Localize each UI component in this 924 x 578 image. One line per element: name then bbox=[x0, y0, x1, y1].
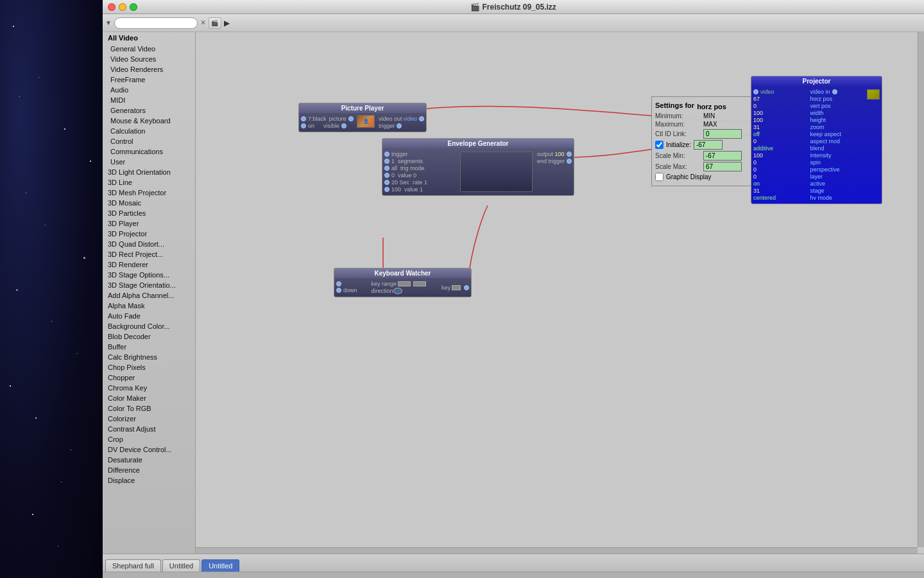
settings-initialize-label: Initialize: bbox=[666, 141, 691, 148]
port-color bbox=[301, 116, 306, 121]
sidebar-item-3d-mosaic[interactable]: 3D Mosaic bbox=[103, 198, 195, 208]
toolbar-play[interactable]: ▶ bbox=[224, 19, 230, 28]
picture-thumbnail: 👤 bbox=[357, 115, 375, 128]
settings-scale-max-input[interactable] bbox=[703, 162, 742, 171]
port-segments bbox=[384, 159, 389, 164]
node-canvas: Picture Player 7:black picture bbox=[196, 32, 918, 547]
sidebar-item-crop[interactable]: Crop bbox=[103, 434, 195, 444]
sidebar-item-difference[interactable]: Difference bbox=[103, 465, 195, 475]
sidebar-item-3d-stage-orient[interactable]: 3D Stage Orientatio... bbox=[103, 280, 195, 290]
port-value1 bbox=[384, 187, 389, 192]
sidebar-item-audio[interactable]: Audio bbox=[103, 85, 195, 95]
sidebar-item-mouse-keyboard[interactable]: Mouse & Keyboard bbox=[103, 116, 195, 126]
port-rate1 bbox=[384, 180, 389, 185]
sidebar-item-3d-line[interactable]: 3D Line bbox=[103, 177, 195, 188]
sidebar-item-communications[interactable]: Communications bbox=[103, 146, 195, 157]
sidebar-item-buffer[interactable]: Buffer bbox=[103, 342, 195, 352]
vertical-scrollbar[interactable] bbox=[918, 32, 924, 547]
port-value0 bbox=[384, 173, 389, 178]
sidebar-item-dv-device[interactable]: DV Device Control... bbox=[103, 444, 195, 455]
sidebar-item-bg-color[interactable]: Background Color... bbox=[103, 321, 195, 331]
sidebar-item-chop-pixels[interactable]: Chop Pixels bbox=[103, 362, 195, 372]
sidebar-item-chopper[interactable]: Chopper bbox=[103, 372, 195, 383]
settings-ctl-id-input[interactable] bbox=[703, 129, 742, 139]
title-bar: 🎬 Freischutz 09_05.izz bbox=[103, 0, 924, 14]
envelope-title: Envelope Generator bbox=[382, 139, 574, 148]
settings-minimum-value: MIN bbox=[703, 112, 715, 119]
port-key-out bbox=[464, 285, 469, 290]
sidebar-item-desaturate[interactable]: Desaturate bbox=[103, 455, 195, 465]
port-end-trigger bbox=[567, 159, 572, 164]
sidebar-item-3d-particles[interactable]: 3D Particles bbox=[103, 208, 195, 218]
canvas-area[interactable]: Picture Player 7:black picture bbox=[196, 32, 924, 554]
close-button[interactable] bbox=[108, 3, 116, 11]
sidebar-item-chroma-key[interactable]: Chroma Key bbox=[103, 383, 195, 393]
sidebar-item-blob-decoder[interactable]: Blob Decoder bbox=[103, 331, 195, 342]
tab-shephard-full[interactable]: Shephard full bbox=[105, 559, 161, 572]
projector-color-swatch bbox=[867, 89, 880, 100]
projector-node[interactable]: Projector video 67 0 100 100 bbox=[751, 76, 882, 204]
tab-untitled-1[interactable]: Untitled bbox=[162, 559, 200, 572]
horizontal-scrollbar[interactable] bbox=[196, 547, 918, 554]
picture-player-node[interactable]: Picture Player 7:black picture bbox=[298, 103, 427, 132]
minimize-button[interactable] bbox=[119, 3, 126, 11]
bottom-bar: Shephard full Untitled Untitled bbox=[103, 554, 924, 572]
sidebar-item-general-video[interactable]: General Video bbox=[103, 44, 195, 54]
envelope-generator-node[interactable]: Envelope Generator trigger 1 segments bbox=[382, 138, 574, 196]
sidebar-item-user[interactable]: User bbox=[103, 157, 195, 167]
settings-initialize-input[interactable] bbox=[694, 140, 723, 150]
search-input[interactable] bbox=[114, 17, 198, 29]
port-key-range-l bbox=[336, 281, 341, 286]
port-picture-out bbox=[348, 116, 354, 121]
tab-untitled-2[interactable]: Untitled bbox=[201, 559, 239, 572]
settings-minimum-label: Minimum: bbox=[655, 112, 703, 119]
sidebar-item-colorizer[interactable]: Colorizer bbox=[103, 414, 195, 424]
maximize-button[interactable] bbox=[130, 3, 137, 11]
sidebar-item-color-to-rgb[interactable]: Color To RGB bbox=[103, 403, 195, 414]
sidebar-item-control[interactable]: Control bbox=[103, 136, 195, 146]
sidebar-item-3d-renderer[interactable]: 3D Renderer bbox=[103, 259, 195, 270]
sidebar-item-calculation[interactable]: Calculation bbox=[103, 126, 195, 136]
sidebar-item-all-video[interactable]: All Video bbox=[103, 32, 195, 44]
window-title: 🎬 Freischutz 09_05.izz bbox=[470, 3, 556, 12]
sidebar-item-3d-light[interactable]: 3D Light Orientation bbox=[103, 167, 195, 177]
main-content: All Video General Video Video Sources Vi… bbox=[103, 32, 924, 554]
window-controls bbox=[108, 3, 137, 11]
sidebar-item-displace[interactable]: Displace bbox=[103, 475, 195, 486]
sidebar-item-auto-fade[interactable]: Auto Fade bbox=[103, 311, 195, 321]
sidebar-item-add-alpha[interactable]: Add Alpha Channel... bbox=[103, 290, 195, 301]
clear-search-button[interactable]: ✕ bbox=[200, 19, 206, 27]
toolbar-arrow[interactable]: ▼ bbox=[105, 19, 112, 26]
port-trigger-out bbox=[397, 123, 402, 128]
sidebar-item-alpha-mask[interactable]: Alpha Mask bbox=[103, 301, 195, 311]
sidebar-list: All Video General Video Video Sources Vi… bbox=[103, 32, 195, 554]
sidebar-item-freeframe[interactable]: FreeFrame bbox=[103, 74, 195, 85]
toolbar-icon-1[interactable]: 🎬 bbox=[209, 17, 221, 29]
sidebar-item-midi[interactable]: MIDI bbox=[103, 95, 195, 105]
settings-horz-pos: horz pos bbox=[697, 103, 726, 110]
sidebar: All Video General Video Video Sources Vi… bbox=[103, 32, 196, 554]
sidebar-item-3d-player[interactable]: 3D Player bbox=[103, 218, 195, 229]
keyboard-watcher-node[interactable]: Keyboard Watcher down bbox=[334, 268, 472, 297]
sidebar-item-3d-stage-options[interactable]: 3D Stage Options... bbox=[103, 270, 195, 280]
sidebar-item-3d-mesh[interactable]: 3D Mesh Projector bbox=[103, 188, 195, 198]
settings-ctl-id-label: Ctl ID Link: bbox=[655, 130, 703, 137]
sidebar-item-video-sources[interactable]: Video Sources bbox=[103, 54, 195, 64]
sidebar-item-3d-rect[interactable]: 3D Rect Project... bbox=[103, 249, 195, 259]
picture-player-title: Picture Player bbox=[299, 103, 426, 113]
sidebar-item-color-maker[interactable]: Color Maker bbox=[103, 393, 195, 403]
settings-scale-min-input[interactable] bbox=[703, 151, 742, 161]
settings-initialize-checkbox[interactable] bbox=[655, 141, 663, 149]
sidebar-item-calc-brightness[interactable]: Calc Brightness bbox=[103, 352, 195, 362]
settings-graphic-display-checkbox[interactable] bbox=[655, 173, 663, 181]
port-output bbox=[567, 152, 572, 157]
settings-scale-max-label: Scale Max: bbox=[655, 163, 703, 170]
sidebar-item-3d-projector[interactable]: 3D Projector bbox=[103, 229, 195, 239]
sidebar-item-3d-quad[interactable]: 3D Quad Distort... bbox=[103, 239, 195, 249]
sidebar-item-video-renderers[interactable]: Video Renderers bbox=[103, 64, 195, 74]
settings-maximum-label: Maximum: bbox=[655, 121, 703, 128]
sidebar-item-contrast[interactable]: Contrast Adjust bbox=[103, 424, 195, 434]
proj-port-video bbox=[753, 89, 758, 94]
sidebar-item-generators[interactable]: Generators bbox=[103, 105, 195, 116]
bottom-horizontal-scrollbar[interactable] bbox=[103, 572, 924, 578]
